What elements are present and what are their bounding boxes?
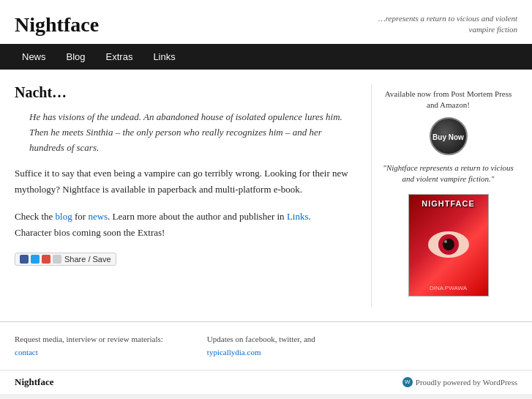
footer-site-name: Nightface	[15, 376, 53, 388]
post-text-3: . Learn more about the author and publis…	[108, 211, 287, 222]
footer-col-1: Request media, interview or review mater…	[15, 332, 163, 359]
nav-link-news[interactable]: News	[12, 44, 56, 70]
nav-link-links[interactable]: Links	[143, 44, 185, 70]
footer-col-2: Updates on facebook, twitter, and typica…	[207, 332, 315, 359]
nav-item-blog[interactable]: Blog	[56, 44, 96, 70]
post-body-2: Check the blog for news. Learn more abou…	[15, 209, 349, 241]
footer-wp-text: Proudly powered by WordPress	[416, 378, 517, 387]
post-content: Nacht… He has visions of the undead. An …	[15, 84, 371, 307]
share-icon	[20, 255, 61, 264]
post-text-check: Check the	[15, 211, 56, 222]
news-link[interactable]: news	[88, 211, 108, 222]
googleplus-icon	[42, 255, 50, 264]
sidebar: Available now from Post Mortem Press and…	[371, 84, 517, 307]
footer-main: Request media, interview or review mater…	[0, 322, 532, 370]
footer-col1-label: Request media, interview or review mater…	[15, 335, 163, 343]
share-save-button[interactable]: Share / Save	[15, 253, 116, 266]
footer-contact-link[interactable]: contact	[15, 348, 38, 357]
footer-bottom: Nightface W Proudly powered by WordPress	[0, 370, 532, 394]
site-title: Nightface	[15, 13, 99, 37]
book-cover: NIGHTFACE DINA PWAWA	[408, 194, 489, 297]
nav-link-blog[interactable]: Blog	[56, 44, 96, 70]
post-title: Nacht…	[15, 84, 349, 101]
share-label: Share / Save	[64, 255, 111, 264]
buy-section: Available now from Post Mortem Press and…	[379, 84, 517, 297]
nav-item-news[interactable]: News	[12, 44, 56, 70]
twitter-icon	[31, 255, 40, 264]
book-cover-author: DINA PWAWA	[409, 285, 488, 291]
footer: Request media, interview or review mater…	[0, 321, 532, 394]
sidebar-quote: "Nightface represents a return to viciou…	[379, 163, 517, 185]
post-excerpt: He has visions of the undead. An abandon…	[29, 110, 349, 155]
main-content: Nacht… He has visions of the undead. An …	[0, 70, 532, 321]
nav-item-links[interactable]: Links	[143, 44, 185, 70]
svg-point-3	[444, 240, 447, 243]
buy-now-button[interactable]: Buy Now	[430, 117, 468, 155]
footer-typicallydia-link[interactable]: typicallydia.com	[207, 348, 261, 357]
main-nav: News Blog Extras Links	[0, 44, 532, 70]
page-header: Nightface …represents a return to viciou…	[0, 0, 532, 44]
buy-text: Available now from Post Mortem Press and…	[379, 89, 517, 111]
links-link[interactable]: Links	[287, 211, 309, 222]
book-cover-eye-svg	[423, 217, 474, 268]
footer-col2-label: Updates on facebook, twitter, and	[207, 335, 315, 343]
footer-wordpress: W Proudly powered by WordPress	[402, 377, 517, 387]
share-bar: Share / Save	[15, 253, 349, 266]
post-body-1: Suffice it to say that even being a vamp…	[15, 165, 349, 198]
blog-link[interactable]: blog	[56, 211, 72, 222]
site-tagline: …represents a return to vicious and viol…	[371, 13, 517, 36]
nav-link-extras[interactable]: Extras	[96, 44, 143, 70]
nav-item-extras[interactable]: Extras	[96, 44, 143, 70]
wordpress-logo: W	[402, 377, 413, 387]
post-text-for: for	[72, 211, 89, 222]
svg-point-2	[443, 239, 454, 250]
facebook-icon	[20, 255, 29, 264]
book-cover-title: NIGHTFACE	[409, 199, 488, 208]
more-icon	[53, 255, 61, 264]
